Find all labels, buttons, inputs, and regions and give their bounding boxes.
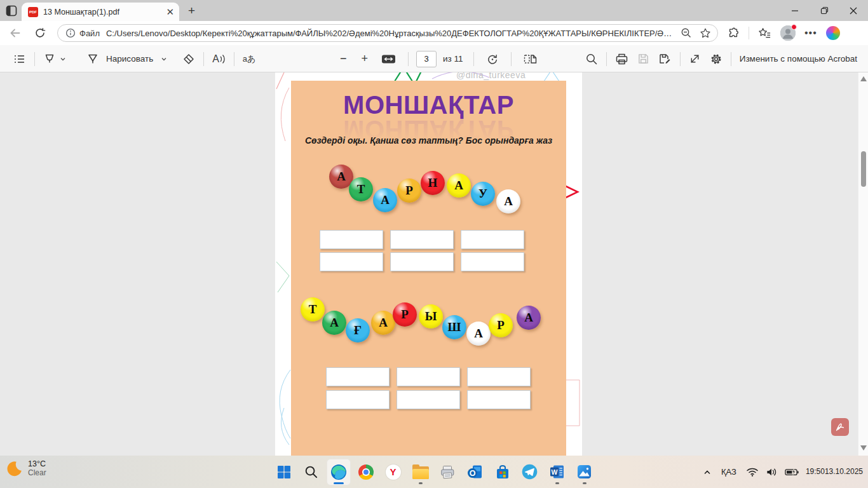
clock[interactable]: 19:50 13.10.2025	[806, 467, 863, 477]
acrobat-floating-button[interactable]	[831, 418, 849, 436]
taskbar-app-store[interactable]	[491, 459, 515, 485]
browser-menu-icon[interactable]: •••	[804, 27, 817, 39]
fit-width-icon[interactable]	[381, 53, 396, 65]
url-text[interactable]: C:/Users/Lenovo/Desktop/Керекті%20құжатт…	[106, 29, 673, 38]
scrollbar-thumb[interactable]	[861, 151, 866, 187]
url-scheme-label: Файл	[79, 29, 100, 38]
pdf-content-area: @dina_turkeeva МОНШАҚТАР МОНШАҚТАР Сөзде…	[0, 72, 868, 456]
scrollbar-up-arrow[interactable]	[860, 76, 867, 81]
answer-box-grid1-r1c2	[390, 230, 454, 249]
print-icon[interactable]	[615, 53, 628, 65]
page-number-input[interactable]	[416, 51, 437, 67]
volume-icon[interactable]	[766, 467, 778, 477]
scrollbar[interactable]	[858, 72, 868, 456]
bead-row1-3-А: А	[373, 188, 397, 212]
hidden-icons-chevron[interactable]	[703, 468, 712, 477]
taskbar-app-search[interactable]	[299, 459, 323, 485]
eraser-icon[interactable]	[182, 53, 195, 65]
browser-tab[interactable]: PDF 13 Моншақтар(1).pdf ✕	[22, 3, 179, 21]
taskbar-app-printer[interactable]	[436, 459, 460, 485]
active-app-indicator	[334, 482, 344, 484]
zoom-in-icon[interactable]: +	[362, 52, 369, 65]
tray-date: 13.10.2025	[825, 467, 863, 477]
bead-row2-6-Ы: Ы	[419, 304, 443, 329]
bead-row1-7-У: У	[471, 182, 495, 206]
worksheet-title: МОНШАҚТАР	[291, 91, 566, 119]
draw-dropdown-icon[interactable]	[160, 55, 168, 63]
taskbar-app-outlook[interactable]: O	[463, 459, 487, 485]
bead-row2-10-А: А	[517, 306, 541, 330]
answer-box-grid2-r1c1	[326, 367, 390, 386]
bead-letter: У	[478, 187, 487, 201]
copilot-icon[interactable]	[826, 26, 840, 40]
bead-letter: А	[337, 170, 346, 184]
taskbar-app-edge[interactable]	[327, 459, 351, 485]
tab-close-icon[interactable]: ✕	[166, 7, 174, 17]
bead-letter: А	[330, 316, 339, 330]
info-icon[interactable]	[65, 28, 76, 38]
outlook-icon: O	[467, 464, 483, 480]
taskbar-app-chrome[interactable]	[354, 459, 378, 485]
answer-box-grid1-r2c2	[390, 252, 454, 271]
favorite-star-icon[interactable]	[700, 27, 711, 39]
close-button[interactable]	[839, 0, 868, 21]
printer-icon	[440, 464, 456, 480]
taskbar-app-telegram[interactable]	[518, 459, 542, 485]
photos-icon	[576, 464, 592, 480]
translate-icon[interactable]: aあ	[243, 53, 256, 65]
answer-box-grid1-r1c1	[320, 230, 383, 249]
draw-icon[interactable]	[86, 53, 99, 65]
restore-button[interactable]	[810, 0, 839, 21]
fullscreen-icon[interactable]	[689, 53, 701, 65]
taskbar-app-explorer[interactable]	[409, 459, 433, 485]
address-bar[interactable]: Файл C:/Users/Lenovo/Desktop/Керекті%20қ…	[57, 24, 718, 42]
bead-letter: А	[524, 311, 533, 325]
save-icon[interactable]	[637, 53, 649, 65]
taskbar-app-yandex[interactable]: Y	[381, 459, 405, 485]
toc-icon[interactable]	[13, 53, 26, 65]
settings-gear-icon[interactable]	[710, 53, 722, 65]
bead-row2-3-Ғ: Ғ	[346, 318, 370, 342]
zoom-out-icon[interactable]: −	[340, 52, 347, 65]
profile-avatar[interactable]	[780, 25, 796, 41]
search-document-icon[interactable]	[585, 53, 598, 65]
favorites-bar-icon[interactable]	[758, 27, 771, 39]
bead-letter: Р	[401, 308, 409, 322]
new-tab-button[interactable]: +	[188, 4, 195, 18]
divider	[749, 27, 749, 39]
answer-box-grid2-r2c1	[326, 390, 390, 409]
taskbar-app-word[interactable]: W	[545, 459, 569, 485]
taskbar-app-photos[interactable]	[573, 459, 597, 485]
highlighter-icon[interactable]	[43, 53, 56, 65]
save-as-icon[interactable]	[658, 53, 672, 65]
highlighter-dropdown-icon[interactable]	[59, 55, 67, 63]
minimize-button[interactable]	[780, 0, 810, 21]
back-icon[interactable]	[9, 27, 22, 39]
refresh-icon[interactable]	[34, 27, 46, 39]
extensions-icon[interactable]	[727, 27, 740, 39]
page-view-icon[interactable]	[524, 53, 537, 65]
tab-workspaces-icon[interactable]	[6, 5, 17, 17]
bead-letter: А	[474, 327, 483, 341]
bead-letter: Т	[357, 182, 365, 196]
keyboard-language[interactable]: ҚАЗ	[719, 467, 739, 477]
bead-letter: А	[379, 316, 388, 330]
bead-letter: Р	[405, 184, 413, 198]
read-aloud-icon[interactable]: A	[212, 53, 226, 65]
answer-box-grid2-r1c3	[467, 367, 531, 386]
svg-text:W: W	[552, 468, 558, 476]
bead-row1-8-А: А	[496, 189, 520, 214]
battery-icon[interactable]	[785, 468, 799, 477]
wifi-icon[interactable]	[746, 467, 759, 477]
taskbar-app-start[interactable]	[272, 459, 296, 485]
rotate-icon[interactable]	[486, 53, 499, 65]
telegram-icon	[522, 464, 538, 480]
search-icon	[304, 464, 318, 479]
zoom-out-page-icon[interactable]	[681, 27, 692, 39]
bead-row1-5-Н: Н	[421, 171, 445, 195]
scrollbar-down-arrow[interactable]	[860, 445, 867, 451]
bead-letter: Т	[309, 302, 317, 316]
draw-label[interactable]: Нарисовать	[106, 54, 153, 64]
edit-with-acrobat-button[interactable]: Изменить с помощью Acrobat	[740, 54, 857, 64]
chrome-icon	[358, 464, 374, 480]
